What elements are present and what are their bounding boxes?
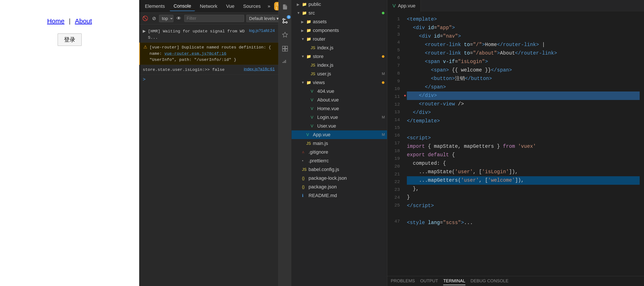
tab-console[interactable]: Console xyxy=(170,1,195,11)
tree-item-package-lock[interactable]: {} package-lock.json xyxy=(292,174,387,183)
tree-item-login[interactable]: V Login.vue M xyxy=(292,113,387,122)
tree-item-views[interactable]: ▼ 📁 views xyxy=(292,78,387,87)
devtools-toolbar: 🚫 ⊘ top 👁 Default levels ▾ ⚠ 1 Issue: 1 … xyxy=(139,12,278,24)
label-app: App.vue xyxy=(313,132,380,138)
label-readme: README.md xyxy=(308,193,385,198)
tree-item-assets[interactable]: ▶ 📁 assets xyxy=(292,17,387,26)
tree-item-store-user[interactable]: JS user.js M xyxy=(292,69,387,78)
filter-input[interactable] xyxy=(184,15,244,22)
label-views: views xyxy=(313,80,380,85)
tab-sources[interactable]: Sources xyxy=(239,2,264,11)
label-babel: babel.config.js xyxy=(308,167,385,172)
code-line-14 xyxy=(407,125,640,134)
store-link[interactable]: index.js?a18c:61 xyxy=(244,67,275,71)
code-line-21: }, xyxy=(407,185,640,193)
label-main: main.js xyxy=(313,141,385,146)
editor-tab-appvue[interactable]: V App.vue xyxy=(387,0,421,12)
editor-header: V App.vue xyxy=(387,0,644,12)
code-line-13: </template> xyxy=(407,117,640,125)
tree-item-gitignore[interactable]: ⑃ .gitignore xyxy=(292,148,387,156)
code-line-12: </div> xyxy=(407,108,640,117)
line-numbers: 12345 678910 1112131415 1617181920 21222… xyxy=(387,12,402,276)
login-button[interactable]: 登录 xyxy=(58,33,82,46)
sidebar-files-icon[interactable] xyxy=(280,2,290,12)
sidebar-git-icon[interactable]: 3 xyxy=(280,16,290,26)
tab-terminal[interactable]: TERMINAL xyxy=(443,277,465,285)
tree-item-home[interactable]: V Home.vue xyxy=(292,104,387,113)
tree-item-src[interactable]: ▼ 📁 src xyxy=(292,9,387,17)
arrow-store: ▼ xyxy=(301,54,305,58)
console-timestamp[interactable]: log.js?1afd:24 xyxy=(249,28,275,33)
about-nav-link[interactable]: About xyxy=(75,17,92,25)
tree-item-babel[interactable]: JS babel.config.js xyxy=(292,165,387,174)
badge-store-user: M xyxy=(382,72,385,76)
tab-output[interactable]: OUTPUT xyxy=(420,277,438,285)
tab-problems[interactable]: PROBLEMS xyxy=(391,277,415,285)
label-user: User.vue xyxy=(317,123,385,129)
more-tabs-button[interactable]: » xyxy=(266,2,272,10)
svg-rect-16 xyxy=(285,60,286,61)
context-select[interactable]: top xyxy=(159,15,174,22)
console-text-warn: [vue-router] Duplicate named routes defi… xyxy=(150,44,275,63)
label-src: src xyxy=(308,10,380,16)
label-router-index: index.js xyxy=(317,45,385,51)
tree-item-main[interactable]: JS main.js xyxy=(292,139,387,148)
vue-icon-home: V xyxy=(311,106,316,111)
editor-tab-label: App.vue xyxy=(398,3,416,9)
sidebar-deploy-icon[interactable] xyxy=(280,30,290,39)
folder-icon-public: 📁 xyxy=(302,2,307,7)
tree-item-components[interactable]: ▶ 📁 components xyxy=(292,26,387,35)
svg-point-1 xyxy=(282,19,284,20)
svg-rect-9 xyxy=(282,49,285,51)
tree-item-readme[interactable]: ℹ README.md xyxy=(292,191,387,200)
tab-elements[interactable]: Elements xyxy=(141,2,169,11)
vue-icon-about: V xyxy=(311,98,316,102)
label-store: store xyxy=(313,54,380,59)
tree-item-store[interactable]: ▼ 📁 store xyxy=(292,52,387,61)
console-input-row: > xyxy=(139,75,278,84)
eye-icon[interactable]: 👁 xyxy=(176,15,182,22)
tab-network[interactable]: Network xyxy=(196,2,221,11)
label-store-user: user.js xyxy=(317,71,380,77)
tab-vue[interactable]: Vue xyxy=(222,2,238,11)
clear-console-icon[interactable]: 🚫 xyxy=(142,15,149,22)
home-nav-link[interactable]: Home xyxy=(47,17,64,25)
tree-item-user[interactable]: V User.vue xyxy=(292,122,387,130)
tree-item-public[interactable]: ▶ 📁 public xyxy=(292,0,387,9)
devtools-tabs: Elements Console Network Vue Sources » ⚠… xyxy=(139,0,278,12)
tree-item-app[interactable]: V App.vue M xyxy=(292,130,387,139)
warn-icon: ⚠ xyxy=(144,44,147,49)
sidebar-docker-icon[interactable] xyxy=(280,58,290,67)
label-prettierrc: .prettierrc xyxy=(308,158,385,164)
tree-item-prettierrc[interactable]: • .prettierrc xyxy=(292,156,387,165)
code-line-10: ● </div> xyxy=(407,91,640,100)
code-line-47 xyxy=(407,236,640,244)
readme-icon: ℹ xyxy=(302,193,307,198)
arrow-views: ▼ xyxy=(301,81,305,84)
code-content: 12345 678910 1112131415 1617181920 21222… xyxy=(387,12,644,276)
arrow-router: ▼ xyxy=(301,37,305,41)
tab-debug-console[interactable]: DEBUG CONSOLE xyxy=(470,277,508,285)
tree-item-about[interactable]: V About.vue xyxy=(292,96,387,104)
filter-icon[interactable]: ⊘ xyxy=(151,15,157,22)
sidebar-extensions-icon[interactable] xyxy=(280,44,290,53)
label-about: About.vue xyxy=(317,97,385,103)
svg-rect-14 xyxy=(284,61,285,62)
tree-item-store-index[interactable]: JS index.js xyxy=(292,61,387,69)
code-line-11: <router-view /> xyxy=(407,100,640,108)
code-line-22: } xyxy=(407,193,640,202)
arrow-assets: ▶ xyxy=(301,20,305,24)
preview-nav: Home | About xyxy=(47,17,92,25)
console-prompt: > xyxy=(143,76,146,82)
dot-src xyxy=(382,12,384,14)
preview-content: Home | About 登录 xyxy=(0,0,139,286)
js-icon-main: JS xyxy=(306,141,312,146)
console-row-store: store.state.user.isLogin:>> false index.… xyxy=(139,65,278,75)
tree-item-router-index[interactable]: JS index.js xyxy=(292,43,387,52)
code-line-15: <script> xyxy=(407,134,640,142)
tree-item-router[interactable]: ▼ 📁 router xyxy=(292,35,387,43)
warn-link[interactable]: vue-router.esm.js?8c4f:16 xyxy=(164,51,226,56)
tree-item-404[interactable]: V 404.vue xyxy=(292,87,387,96)
tree-item-package[interactable]: {} package.json xyxy=(292,183,387,191)
console-text: [HMR] Waiting for update signal from WDS… xyxy=(148,28,247,41)
